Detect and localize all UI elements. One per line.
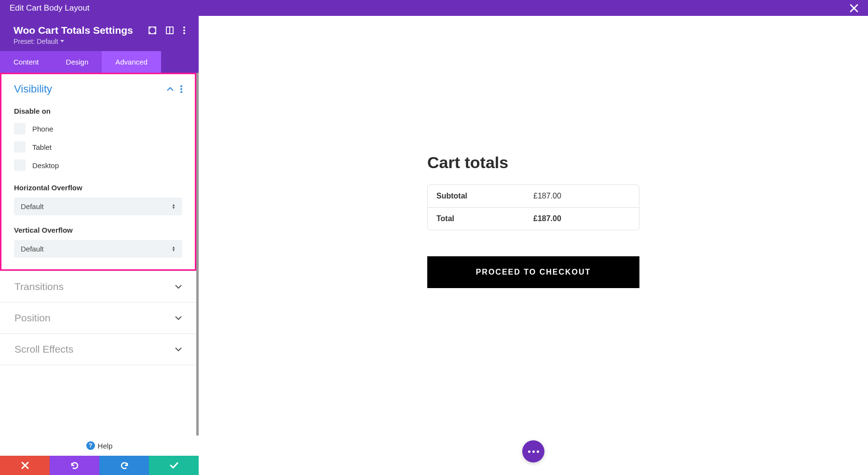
proceed-checkout-button[interactable]: PROCEED TO CHECKOUT: [427, 256, 639, 288]
h-overflow-field: Horizontal Overflow Default ▲▼: [14, 184, 182, 215]
svg-point-6: [180, 85, 182, 87]
redo-button[interactable]: [99, 456, 149, 475]
transitions-section[interactable]: Transitions: [0, 271, 196, 302]
more-vertical-icon[interactable]: [180, 85, 182, 93]
main-layout: Woo Cart Totals Settings Preset: Default: [0, 16, 868, 475]
chevron-down-icon: [175, 284, 182, 289]
v-overflow-field: Vertical Overflow Default ▲▼: [14, 226, 182, 258]
top-bar-title: Edit Cart Body Layout: [10, 3, 89, 13]
svg-point-4: [183, 29, 185, 31]
h-overflow-select[interactable]: Default ▲▼: [14, 198, 182, 215]
scroll-effects-section[interactable]: Scroll Effects: [0, 333, 196, 365]
close-button[interactable]: [850, 4, 858, 13]
svg-point-3: [183, 26, 185, 28]
visibility-header[interactable]: Visibility: [14, 83, 182, 95]
settings-scroll[interactable]: Visibility Disable on Phone Tablet: [0, 73, 199, 435]
sidebar-content: Visibility Disable on Phone Tablet: [0, 73, 199, 475]
settings-title: Woo Cart Totals Settings: [14, 25, 133, 36]
disable-phone-row: Phone: [14, 123, 182, 134]
disable-tablet-label: Tablet: [32, 143, 52, 151]
close-icon: [850, 4, 858, 13]
disable-tablet-row: Tablet: [14, 141, 182, 153]
expand-icon[interactable]: [149, 26, 156, 34]
sidebar-header: Woo Cart Totals Settings Preset: Default: [0, 16, 199, 51]
discard-button[interactable]: [0, 456, 50, 475]
subtotal-row: Subtotal £187.00: [428, 185, 639, 207]
floating-menu-button[interactable]: [522, 440, 544, 462]
chevron-down-icon: [175, 347, 182, 352]
svg-point-5: [183, 32, 185, 34]
tab-advanced[interactable]: Advanced: [102, 51, 161, 73]
tab-content[interactable]: Content: [0, 51, 53, 73]
chevron-up-icon[interactable]: [167, 87, 174, 92]
position-title: Position: [14, 312, 51, 324]
disable-tablet-checkbox[interactable]: [14, 141, 26, 153]
tab-design[interactable]: Design: [53, 51, 102, 73]
h-overflow-value: Default: [21, 202, 44, 211]
chevron-down-icon: [175, 316, 182, 320]
preset-label: Preset: Default: [14, 38, 58, 45]
preview-area: Cart totals Subtotal £187.00 Total £187.…: [199, 16, 868, 475]
scroll-effects-title: Scroll Effects: [14, 343, 73, 355]
top-bar: Edit Cart Body Layout: [0, 0, 868, 16]
preset-dropdown[interactable]: Preset: Default: [14, 38, 133, 45]
visibility-title: Visibility: [14, 83, 52, 95]
svg-point-7: [180, 88, 182, 90]
disable-desktop-checkbox[interactable]: [14, 159, 26, 171]
disable-desktop-row: Desktop: [14, 159, 182, 171]
undo-button[interactable]: [50, 456, 99, 475]
total-label: Total: [436, 214, 533, 223]
undo-icon: [70, 461, 79, 470]
visibility-panel: Visibility Disable on Phone Tablet: [0, 73, 196, 271]
subtotal-label: Subtotal: [436, 192, 533, 200]
caret-down-icon: [60, 40, 64, 43]
total-value: £187.00: [533, 214, 630, 223]
bottom-actions: [0, 456, 199, 475]
dots-icon: [528, 450, 539, 453]
cart-totals-module: Cart totals Subtotal £187.00 Total £187.…: [427, 153, 639, 288]
h-overflow-label: Horizontal Overflow: [14, 184, 182, 192]
transitions-title: Transitions: [14, 281, 64, 292]
disable-desktop-label: Desktop: [32, 161, 59, 170]
help-icon: ?: [86, 441, 95, 450]
help-label: Help: [98, 442, 113, 450]
cart-totals-table: Subtotal £187.00 Total £187.00: [427, 185, 639, 230]
svg-point-8: [180, 91, 182, 93]
v-overflow-value: Default: [21, 245, 44, 253]
redo-icon: [120, 461, 129, 470]
save-button[interactable]: [149, 456, 199, 475]
disable-phone-checkbox[interactable]: [14, 123, 26, 134]
check-icon: [170, 462, 178, 469]
help-row[interactable]: ? Help: [0, 435, 199, 456]
v-overflow-select[interactable]: Default ▲▼: [14, 240, 182, 258]
cart-totals-heading: Cart totals: [427, 153, 639, 172]
more-icon[interactable]: [183, 26, 185, 34]
disable-on-label: Disable on: [14, 107, 182, 115]
disable-phone-label: Phone: [32, 125, 53, 133]
x-icon: [21, 462, 29, 469]
settings-sidebar: Woo Cart Totals Settings Preset: Default: [0, 16, 199, 475]
position-section[interactable]: Position: [0, 302, 196, 333]
total-row: Total £187.00: [428, 207, 639, 230]
v-overflow-label: Vertical Overflow: [14, 226, 182, 234]
responsive-icon[interactable]: [166, 26, 174, 34]
subtotal-value: £187.00: [533, 192, 630, 200]
select-arrows-icon: ▲▼: [172, 246, 176, 252]
settings-tabs: Content Design Advanced: [0, 51, 199, 73]
select-arrows-icon: ▲▼: [172, 204, 176, 210]
